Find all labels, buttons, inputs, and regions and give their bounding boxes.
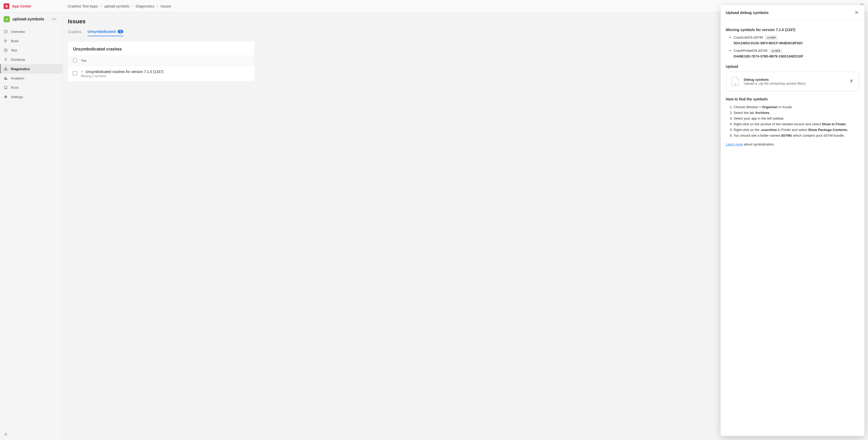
learn-more-link[interactable]: Learn more <box>726 143 743 146</box>
sidebar-item-build[interactable]: Build <box>0 36 62 45</box>
svg-point-4 <box>5 69 6 70</box>
help-step: You should see a folder named dSYMs whic… <box>734 133 859 138</box>
upload-panel: Upload debug symbols Missing symbols for… <box>721 5 864 436</box>
crashes-card: Unsymbolicated crashes Title ⚡︎ Unsymbol… <box>68 42 254 82</box>
sidebar-item-label: Overview <box>11 30 25 34</box>
table-header: Title <box>68 56 254 66</box>
symbol-filename: CrashProbeiOS.dSYM <box>734 49 767 53</box>
brand-label[interactable]: App Center <box>12 4 31 8</box>
nav: Overview Build Test Distribute Diagnosti… <box>0 26 62 101</box>
settings-icon <box>4 95 8 99</box>
breadcrumb-separator: / <box>100 4 101 8</box>
app-header: u upload-symbols iOS <box>0 12 62 26</box>
row-subtitle: Missing 2 symbols <box>81 74 163 78</box>
app-icon: u <box>4 16 10 22</box>
help-step: Select the tab Archives. <box>734 110 859 116</box>
sidebar-item-test[interactable]: Test <box>0 45 62 55</box>
table-row[interactable]: ⚡︎ Unsymbolicated crashes for version 7.… <box>68 66 254 82</box>
test-icon <box>4 48 8 52</box>
sidebar-item-label: Diagnostics <box>11 67 30 71</box>
symbol-uuid: D449E33D-7E74-379D-8B79-15EE104ED1DF <box>734 54 859 59</box>
row-title-text: Unsymbolicated crashes for version 7.1.0… <box>86 70 163 74</box>
sidebar-item-distribute[interactable]: Distribute <box>0 55 62 64</box>
sidebar: u upload-symbols iOS Overview Build Test… <box>0 12 63 440</box>
breadcrumb-separator: / <box>157 4 158 8</box>
missing-symbols-heading: Missing symbols for version 7.1.0 (1337) <box>726 28 859 32</box>
svg-marker-1 <box>5 40 7 42</box>
panel-header: Upload debug symbols <box>721 5 864 20</box>
brand-logo[interactable]: ⧉ <box>4 3 9 9</box>
breadcrumb-separator: / <box>132 4 133 8</box>
symbol-uuid: 5DA23653-D126-39F0-BDCF-994B3019F92C <box>734 41 859 46</box>
panel-title: Upload debug symbols <box>726 10 769 15</box>
help-step: Right-click on the archive of the needed… <box>734 121 859 127</box>
sidebar-item-label: Push <box>11 86 19 90</box>
upload-heading: Upload <box>726 64 859 69</box>
column-title: Title <box>81 59 87 63</box>
sidebar-item-label: Distribute <box>11 58 25 62</box>
collapse-sidebar-button[interactable] <box>3 431 9 437</box>
tab-badge: 1 <box>118 30 123 33</box>
symbol-filename: CrashLibiOS.dSYM <box>734 35 763 39</box>
row-checkbox[interactable] <box>73 71 77 75</box>
symbol-item: CrashProbeiOS.dSYM arm64 D449E33D-7E74-3… <box>734 48 859 59</box>
help-step: Choose Window > Organizer in Xcode. <box>734 104 859 110</box>
missing-symbols-list: CrashLibiOS.dSYM arm64 5DA23653-D126-39F… <box>726 35 859 59</box>
help-heading: How to find the symbols <box>726 97 859 101</box>
sidebar-item-push[interactable]: Push <box>0 83 62 92</box>
push-icon <box>4 86 8 90</box>
breadcrumb-item[interactable]: Issues <box>160 4 171 8</box>
upload-arrow-icon <box>849 79 854 84</box>
help-steps: Choose Window > Organizer in Xcode. Sele… <box>726 104 859 139</box>
breadcrumb-item[interactable]: upload-symbols <box>104 4 129 8</box>
diagnostics-icon <box>4 67 8 71</box>
sidebar-item-overview[interactable]: Overview <box>0 27 62 36</box>
analytics-icon <box>4 76 8 80</box>
tab-unsymbolicated[interactable]: Unsymbolicated 1 <box>88 30 123 36</box>
help-step: Right-click on the .xcarchive in Finder … <box>734 127 859 133</box>
sidebar-item-analytics[interactable]: Analytics <box>0 73 62 83</box>
svg-point-9 <box>5 88 6 89</box>
zip-icon: .zip <box>731 76 739 87</box>
help-step: Select your app in the left sidebar. <box>734 116 859 121</box>
learn-more-suffix: about symbolication. <box>743 143 775 146</box>
breadcrumb-item[interactable]: Crashes Test Apps <box>68 4 98 8</box>
platform-chip: iOS <box>50 17 59 22</box>
svg-rect-5 <box>4 78 5 80</box>
symbol-item: CrashLibiOS.dSYM arm64 5DA23653-D126-39F… <box>734 35 859 45</box>
sidebar-item-diagnostics[interactable]: Diagnostics <box>0 64 62 73</box>
tab-crashes[interactable]: Crashes <box>68 30 81 36</box>
tab-label: Unsymbolicated <box>88 30 116 34</box>
upload-title: Debug symbols <box>744 77 806 82</box>
sidebar-item-label: Settings <box>11 95 23 99</box>
upload-dropzone[interactable]: .zip Debug symbols Upload a .zip file co… <box>726 72 859 91</box>
close-button[interactable] <box>854 10 859 15</box>
breadcrumb-item[interactable]: Diagnostics <box>136 4 154 8</box>
build-icon <box>4 39 8 43</box>
overview-icon <box>4 30 8 34</box>
select-all-checkbox[interactable] <box>73 59 77 62</box>
sidebar-item-label: Analytics <box>11 76 24 80</box>
symbol-arch: arm64 <box>765 35 777 40</box>
tab-label: Crashes <box>68 30 81 34</box>
crash-icon: ⚡︎ <box>81 70 83 74</box>
sidebar-item-settings[interactable]: Settings <box>0 92 62 101</box>
sidebar-item-label: Test <box>11 49 17 52</box>
distribute-icon <box>4 58 8 62</box>
upload-subtitle: Upload a .zip file containing symbol fil… <box>744 82 806 86</box>
card-title: Unsymbolicated crashes <box>68 42 254 56</box>
svg-rect-7 <box>6 79 7 80</box>
app-name: upload-symbols <box>12 17 47 22</box>
svg-rect-6 <box>5 77 6 80</box>
breadcrumb: Crashes Test Apps / upload-symbols / Dia… <box>68 4 171 8</box>
symbol-arch: arm64 <box>770 49 782 53</box>
sidebar-item-label: Build <box>11 39 19 43</box>
